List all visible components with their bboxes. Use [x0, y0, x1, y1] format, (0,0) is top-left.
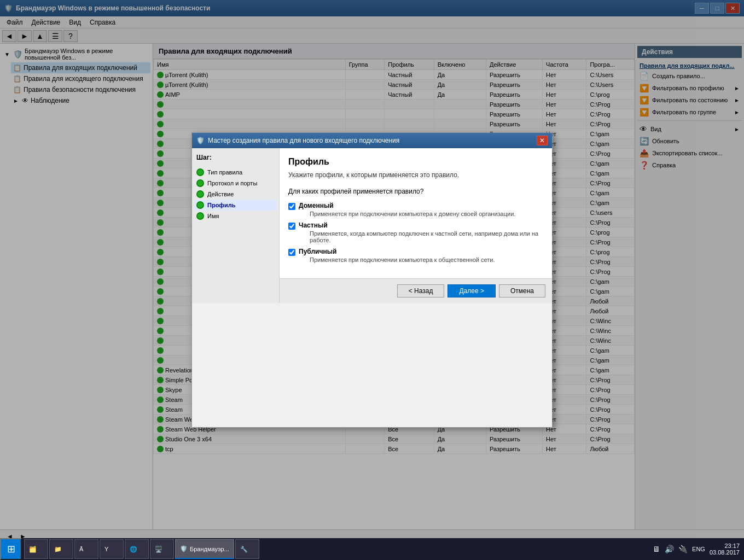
modal-title-left: 🛡️ Мастер создания правила для нового вх… [196, 137, 399, 144]
wizard-dot-4 [196, 212, 204, 220]
checkbox-domain[interactable] [288, 203, 295, 210]
wizard-step-label-2: Действие [207, 191, 234, 197]
taskbar-tray: 🖥 🔊 🔌 ENG 23:17 03.08.2017 [648, 542, 744, 556]
wizard-step-0[interactable]: Тип правила [194, 167, 277, 178]
taskbar-item-3[interactable]: Y [100, 539, 124, 559]
start-button[interactable]: ⊞ [0, 538, 22, 560]
tray-lang[interactable]: ENG [692, 546, 705, 552]
wizard-step-1[interactable]: Протокол и порты [194, 178, 277, 189]
taskbar-item-6[interactable]: 🛡️ Брандмауэр... [175, 539, 234, 559]
wizard-dot-3 [196, 201, 204, 209]
wizard-step-3[interactable]: Профиль [194, 200, 277, 211]
taskbar-item-2[interactable]: Ā [74, 539, 98, 559]
tray-speaker-icon: 🔊 [665, 545, 674, 553]
checkbox-label-private[interactable]: Частный [299, 221, 328, 229]
wizard-step-2[interactable]: Действие [194, 189, 277, 200]
modal-footer: < Назад Далее > Отмена [280, 278, 552, 303]
wizard-dot-2 [196, 190, 204, 198]
taskbar-item-0[interactable]: 🗂️ [24, 539, 48, 559]
checkbox-desc-domain: Применяется при подключении компьютера к… [299, 211, 515, 217]
taskbar-icon-4: 🌐 [130, 546, 137, 553]
next-button[interactable]: Далее > [447, 284, 496, 298]
taskbar-icon-3: Y [104, 546, 108, 552]
modal-icon: 🛡️ [196, 137, 205, 144]
checkbox-label-public[interactable]: Публичный [299, 248, 336, 255]
taskbar-label-6: Брандмауэр... [190, 546, 229, 552]
wizard-step-label-3: Профиль [207, 202, 235, 208]
checkbox-desc-public: Применяется при подключении компьютера к… [299, 256, 495, 263]
taskbar: ⊞ 🗂️ 📁 Ā Y 🌐 🖥️ 🛡️ Брандмауэр... 🔧 🖥 🔊 🔌… [0, 538, 744, 560]
modal-question: Для каких профилей применяется правило? [288, 188, 543, 195]
wizard-step-label-4: Имя [207, 213, 219, 219]
modal-content: Профиль Укажите профили, к которым приме… [280, 148, 552, 278]
modal-description: Укажите профили, к которым применяется э… [288, 171, 543, 179]
wizard-sidebar: Шаг: Тип правила Протокол и порты Действ… [192, 148, 280, 303]
wizard-step-label-0: Тип правила [207, 169, 242, 176]
clock-date: 03.08.2017 [710, 549, 740, 556]
cancel-button[interactable]: Отмена [499, 284, 545, 298]
modal-content-wrapper: Профиль Укажите профили, к которым приме… [280, 148, 552, 303]
modal-close-button[interactable]: ✕ [537, 136, 548, 145]
tray-battery-icon: 🔌 [678, 545, 688, 553]
tray-time: 23:17 03.08.2017 [710, 542, 740, 556]
taskbar-icon-7: 🔧 [240, 546, 248, 553]
tray-network-icon: 🖥 [653, 545, 660, 553]
modal-checkboxes: Доменный Применяется при подключении ком… [288, 202, 543, 263]
taskbar-item-7[interactable]: 🔧 [235, 539, 259, 559]
taskbar-icon-1: 📁 [54, 546, 62, 553]
modal-dialog: 🛡️ Мастер создания правила для нового вх… [191, 132, 553, 428]
wizard-dot-0 [196, 168, 204, 176]
clock-time: 23:17 [710, 542, 740, 549]
checkbox-label-domain[interactable]: Доменный [299, 202, 334, 209]
taskbar-icon-5: 🖥️ [155, 546, 162, 553]
wizard-steps: Тип правила Протокол и порты Действие Пр… [194, 167, 277, 221]
taskbar-item-5[interactable]: 🖥️ [150, 539, 174, 559]
checkbox-private[interactable] [288, 223, 295, 230]
checkbox-group-domain: Доменный Применяется при подключении ком… [288, 202, 543, 217]
wizard-dot-1 [196, 179, 204, 187]
wizard-step-label-1: Протокол и порты [207, 180, 257, 186]
taskbar-items: 🗂️ 📁 Ā Y 🌐 🖥️ 🛡️ Брандмауэр... 🔧 [22, 539, 648, 559]
modal-title-text: Мастер создания правила для нового входя… [208, 137, 399, 144]
taskbar-item-1[interactable]: 📁 [49, 539, 73, 559]
modal-body: Шаг: Тип правила Протокол и порты Действ… [192, 148, 552, 303]
taskbar-icon-6: 🛡️ [180, 545, 188, 552]
checkbox-group-private: Частный Применяется, когда компьютер под… [288, 221, 543, 243]
modal-overlay: 🛡️ Мастер создания правила для нового вх… [0, 0, 744, 560]
wizard-step-4[interactable]: Имя [194, 211, 277, 221]
wizard-steps-label: Шаг: [194, 153, 277, 162]
taskbar-icon-0: 🗂️ [29, 546, 37, 553]
taskbar-item-4[interactable]: 🌐 [125, 539, 149, 559]
modal-section-title: Профиль [288, 157, 543, 167]
taskbar-icon-2: Ā [79, 546, 83, 552]
checkbox-public[interactable] [288, 249, 295, 256]
back-button[interactable]: < Назад [397, 284, 445, 298]
checkbox-group-public: Публичный Применяется при подключении ко… [288, 248, 543, 263]
checkbox-desc-private: Применяется, когда компьютер подключен к… [299, 230, 543, 243]
modal-title-bar: 🛡️ Мастер создания правила для нового вх… [192, 133, 552, 148]
